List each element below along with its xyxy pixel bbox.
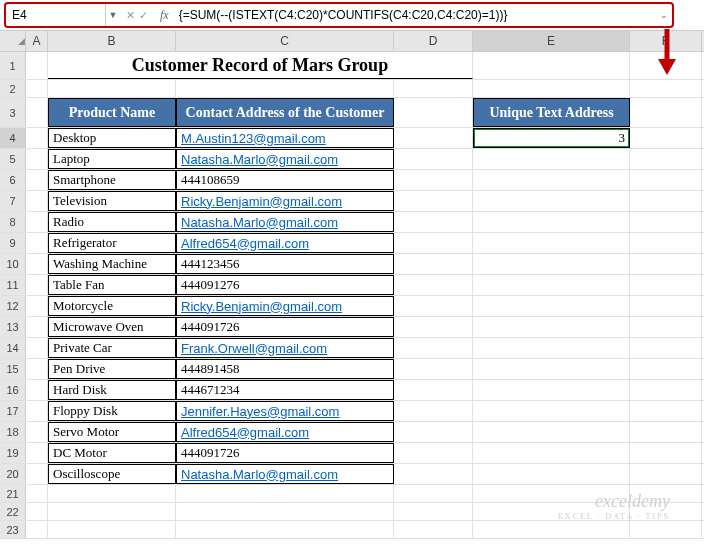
cell[interactable] — [394, 485, 473, 502]
cell[interactable] — [630, 149, 702, 169]
cell[interactable] — [630, 422, 702, 442]
row-header[interactable]: 6 — [0, 170, 26, 190]
product-cell[interactable]: Floppy Disk — [48, 401, 176, 421]
row-header[interactable]: 22 — [0, 503, 26, 520]
contact-cell[interactable]: Alfred654@gmail.com — [176, 233, 394, 253]
product-cell[interactable]: Motorcycle — [48, 296, 176, 316]
cell[interactable] — [394, 380, 473, 400]
cell[interactable] — [26, 521, 48, 538]
cell[interactable] — [394, 254, 473, 274]
cell[interactable] — [473, 443, 630, 463]
cell[interactable] — [26, 359, 48, 379]
row-header[interactable]: 16 — [0, 380, 26, 400]
row-header[interactable]: 18 — [0, 422, 26, 442]
cell[interactable] — [176, 503, 394, 520]
cell[interactable] — [26, 233, 48, 253]
product-cell[interactable]: DC Motor — [48, 443, 176, 463]
cell[interactable] — [394, 338, 473, 358]
cell[interactable] — [630, 170, 702, 190]
contact-cell[interactable]: 444891458 — [176, 359, 394, 379]
row-header[interactable]: 5 — [0, 149, 26, 169]
contact-cell[interactable]: Frank.Orwell@gmail.com — [176, 338, 394, 358]
row-header[interactable]: 20 — [0, 464, 26, 484]
cell[interactable] — [394, 275, 473, 295]
cell[interactable] — [473, 380, 630, 400]
cell[interactable] — [26, 296, 48, 316]
cell[interactable] — [394, 80, 473, 97]
cell[interactable] — [176, 485, 394, 502]
col-header-b[interactable]: B — [48, 31, 176, 51]
row-header[interactable]: 9 — [0, 233, 26, 253]
row-header[interactable]: 7 — [0, 191, 26, 211]
row-header[interactable]: 11 — [0, 275, 26, 295]
cell[interactable] — [48, 521, 176, 538]
cell[interactable] — [394, 422, 473, 442]
cell[interactable] — [630, 128, 702, 148]
cell[interactable] — [473, 170, 630, 190]
row-header[interactable]: 2 — [0, 80, 26, 97]
cell[interactable] — [394, 191, 473, 211]
product-cell[interactable]: Washing Machine — [48, 254, 176, 274]
cell[interactable] — [630, 191, 702, 211]
row-header[interactable]: 13 — [0, 317, 26, 337]
unique-value-cell[interactable]: 3 — [473, 128, 630, 148]
contact-cell[interactable]: Jennifer.Hayes@gmail.com — [176, 401, 394, 421]
cell[interactable] — [473, 212, 630, 232]
cell[interactable] — [630, 296, 702, 316]
cell[interactable] — [630, 401, 702, 421]
contact-cell[interactable]: 444123456 — [176, 254, 394, 274]
cell[interactable] — [26, 317, 48, 337]
cell[interactable] — [473, 521, 630, 538]
cell[interactable] — [394, 401, 473, 421]
cell[interactable] — [26, 212, 48, 232]
cell[interactable] — [394, 464, 473, 484]
cell[interactable] — [26, 128, 48, 148]
cell[interactable] — [394, 296, 473, 316]
row-header[interactable]: 14 — [0, 338, 26, 358]
cell[interactable] — [26, 52, 48, 79]
header-product[interactable]: Product Name — [48, 98, 176, 127]
cell[interactable] — [394, 443, 473, 463]
cell[interactable] — [176, 521, 394, 538]
cell[interactable] — [394, 149, 473, 169]
cell[interactable] — [26, 503, 48, 520]
cell[interactable] — [48, 485, 176, 502]
product-cell[interactable]: Microwave Oven — [48, 317, 176, 337]
product-cell[interactable]: Smartphone — [48, 170, 176, 190]
row-header[interactable]: 10 — [0, 254, 26, 274]
cell[interactable] — [473, 80, 630, 97]
cell[interactable] — [26, 422, 48, 442]
row-header[interactable]: 4 — [0, 128, 26, 148]
contact-cell[interactable]: M.Austin123@gmail.com — [176, 128, 394, 148]
page-title[interactable]: Customer Record of Mars Group — [48, 52, 473, 79]
cell[interactable] — [394, 98, 473, 127]
cell[interactable] — [48, 503, 176, 520]
name-box[interactable]: E4 — [6, 4, 106, 26]
cell[interactable] — [473, 296, 630, 316]
cell[interactable] — [473, 422, 630, 442]
contact-cell[interactable]: Natasha.Marlo@gmail.com — [176, 464, 394, 484]
cell[interactable] — [26, 485, 48, 502]
row-header[interactable]: 3 — [0, 98, 26, 127]
header-contact[interactable]: Contact Address of the Customer — [176, 98, 394, 127]
name-box-dropdown-icon[interactable]: ▼ — [106, 10, 120, 20]
formula-expand-icon[interactable]: ⌄ — [656, 10, 672, 20]
cell[interactable] — [176, 80, 394, 97]
product-cell[interactable]: Desktop — [48, 128, 176, 148]
cell[interactable] — [630, 254, 702, 274]
row-header[interactable]: 21 — [0, 485, 26, 502]
product-cell[interactable]: Radio — [48, 212, 176, 232]
cell[interactable] — [394, 359, 473, 379]
cell[interactable] — [394, 317, 473, 337]
col-header-e[interactable]: E — [473, 31, 630, 51]
cell[interactable] — [26, 380, 48, 400]
cell[interactable] — [630, 233, 702, 253]
cell[interactable] — [26, 464, 48, 484]
row-header[interactable]: 19 — [0, 443, 26, 463]
cell[interactable] — [630, 464, 702, 484]
cell[interactable] — [394, 521, 473, 538]
row-header[interactable]: 12 — [0, 296, 26, 316]
product-cell[interactable]: Hard Disk — [48, 380, 176, 400]
cell[interactable] — [630, 359, 702, 379]
cell[interactable] — [473, 52, 630, 79]
